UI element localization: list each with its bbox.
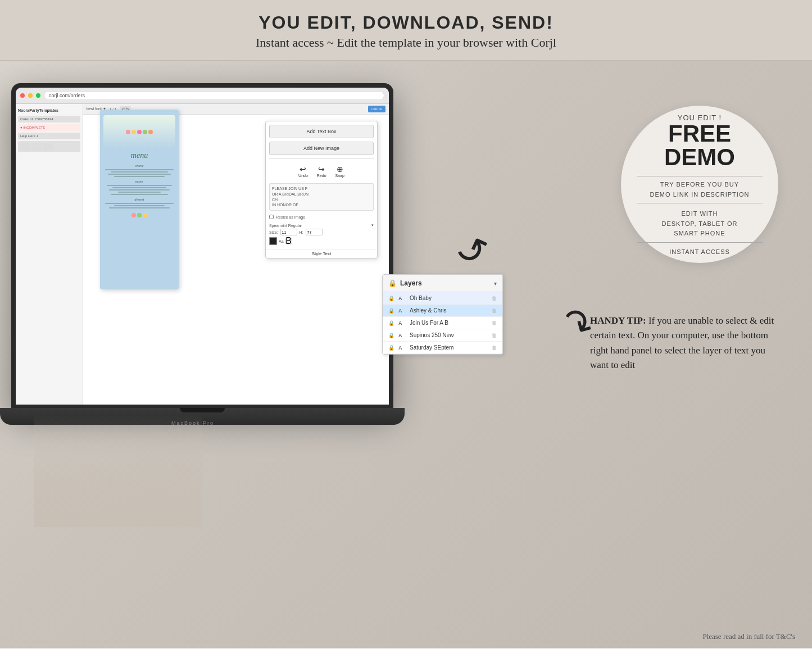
layers-title-text: Layers [400, 279, 422, 287]
arrow-to-layers: ↶ [448, 219, 495, 274]
layer-lock-icon-3: 🔒 [388, 320, 395, 326]
layer-trash-icon-3[interactable]: 🗑 [492, 320, 497, 326]
demo-divider-3 [637, 242, 763, 243]
redo-label: Redo [317, 174, 326, 178]
flower-1 [126, 130, 130, 134]
hand-area [34, 415, 202, 527]
flower-cluster-bottom [131, 213, 147, 217]
layers-header: 🔒 Layers ▾ [383, 275, 502, 292]
layer-trash-icon-5[interactable]: 🗑 [492, 345, 497, 351]
layer-trash-icon-1[interactable]: 🗑 [492, 296, 497, 301]
flower-2 [131, 130, 136, 134]
layer-type-5: A [398, 345, 406, 351]
card-flowers [103, 115, 175, 149]
layers-chevron-icon[interactable]: ▾ [494, 280, 497, 287]
layer-trash-icon-4[interactable]: 🗑 [492, 333, 497, 338]
color-row: Aa B [269, 237, 374, 245]
banner-subline: Instant access ~ Edit the template in yo… [0, 35, 812, 50]
laptop-screen: corjl.com/orders NooraPartyTemplates Ord… [16, 88, 389, 405]
edit-with-text: EDIT WITH [681, 210, 718, 217]
flower-3 [137, 130, 142, 134]
height-label: H: [300, 230, 303, 234]
flower-b3 [143, 213, 147, 217]
color-swatch[interactable] [269, 237, 277, 245]
sidebar-order-id: Order Id: 1509758194 [18, 116, 80, 122]
text-preview-box: PLEASE JOIN US FOR A BRIDAL BRUNCHIN HON… [269, 183, 374, 211]
font-control-row: Spearmint Regular ▾ [269, 223, 374, 228]
add-text-box-btn[interactable]: Add Text Box [269, 125, 374, 138]
browser-address-bar[interactable]: corjl.com/orders [44, 91, 384, 100]
browser-chrome: corjl.com/orders [16, 88, 389, 104]
demo-try-before: TRY BEFORE YOU BUY DEMO LINK IN DESCRIPT… [650, 180, 750, 199]
corjl-edit-panel: Add Text Box Add New Image ↩ Undo ↪ Redo [265, 121, 378, 258]
smart-phone-text: SMART PHONE [674, 230, 725, 237]
menu-card-title: menu [131, 151, 148, 160]
layer-type-1: A [398, 296, 406, 301]
demo-link-text: DEMO LINK IN DESCRIPTION [650, 191, 750, 198]
layer-item[interactable]: 🔒 A Supinos 250 New 🗑 [383, 329, 502, 342]
layer-name-2: Ashley & Chris [410, 307, 488, 314]
card-bottom-flowers [131, 213, 147, 217]
layer-item[interactable]: 🔒 A Ashley & Chris 🗑 [383, 305, 502, 317]
demo-divider-2 [637, 203, 763, 203]
bold-btn[interactable]: B [285, 238, 292, 244]
bottom-note: Please read ad in full for T&C's [702, 632, 795, 641]
layer-type-4: A [398, 333, 406, 338]
online-btn[interactable]: Online [368, 106, 385, 112]
sidebar-controls [18, 141, 80, 152]
snap-btn[interactable]: ⊕ Snap [335, 165, 344, 178]
demo-free: FREE [668, 122, 731, 146]
handy-tip-box: HANDY TIP: If you are unable to select &… [590, 314, 781, 373]
dropdown-arrow[interactable]: ▾ [371, 223, 374, 228]
flower-4 [143, 130, 147, 134]
layer-type-2: A [398, 308, 406, 314]
layers-lock-icon: 🔒 [388, 279, 397, 287]
menu-lines-entree [103, 168, 175, 178]
browser-dot-green[interactable] [36, 93, 40, 98]
handy-tip-label: HANDY TIP: [590, 315, 646, 326]
resize-label: Resize as Image [276, 215, 305, 219]
layer-type-3: A [398, 320, 406, 326]
laptop-notch [180, 408, 225, 412]
height-input[interactable] [306, 229, 323, 235]
layer-item[interactable]: 🔒 A Join Us For A B 🗑 [383, 317, 502, 329]
undo-btn[interactable]: ↩ Undo [298, 165, 308, 178]
sidebar-item-help[interactable]: Help Here 1 [18, 133, 80, 139]
flower-b1 [131, 213, 136, 217]
layer-trash-icon-2[interactable]: 🗑 [492, 308, 497, 314]
undo-label: Undo [298, 174, 308, 178]
sidebar-item-incomplete[interactable]: ● INCOMPLETE [18, 124, 80, 131]
banner-headline: YOU EDIT, DOWNLOAD, SEND! [0, 12, 812, 33]
resize-as-image-row: Resize as Image [266, 213, 377, 221]
aa-icon: Aa [279, 239, 284, 243]
browser-dot-yellow[interactable] [28, 93, 33, 98]
font-label: Spearmint Regular [269, 224, 302, 228]
devices-text: DESKTOP, TABLET OR [662, 220, 738, 227]
layer-item[interactable]: 🔒 A Oh Baby 🗑 [383, 292, 502, 305]
menu-section-mains: mains [135, 180, 143, 183]
size-label: Size: [269, 230, 278, 234]
redo-btn[interactable]: ↪ Redo [317, 165, 326, 178]
style-text-label: Style Text [266, 249, 377, 258]
handy-tip-text: HANDY TIP: If you are unable to select &… [590, 314, 781, 373]
browser-sidebar: NooraPartyTemplates Order Id: 1509758194… [16, 104, 83, 405]
top-banner: YOU EDIT, DOWNLOAD, SEND! Instant access… [0, 0, 812, 61]
layer-name-3: Join Us For A B [410, 320, 488, 326]
layer-name-5: Saturday SEptem [410, 344, 488, 351]
layer-lock-icon-4: 🔒 [388, 333, 395, 338]
menu-lines-dessert [103, 202, 175, 210]
main-area: corjl.com/orders NooraPartyTemplates Ord… [0, 61, 812, 648]
panel-icons-row: ↩ Undo ↪ Redo ⊕ Snap [266, 161, 377, 181]
free-demo-circle: YOU EDIT ! FREE DEMO TRY BEFORE YOU BUY … [621, 106, 778, 263]
add-new-image-btn[interactable]: Add New Image [269, 142, 374, 155]
size-input[interactable] [280, 229, 297, 235]
demo-divider-1 [637, 176, 763, 176]
layer-lock-icon-2: 🔒 [388, 308, 395, 314]
layer-item[interactable]: 🔒 A Saturday SEptem 🗑 [383, 342, 502, 354]
browser-main: best font ✦ 1 / 1 ◁ ▷ Online [83, 104, 389, 405]
browser-dot-red[interactable] [20, 93, 25, 98]
demo-demo: DEMO [664, 146, 735, 169]
demo-instant: INSTANT ACCESS [669, 248, 730, 255]
try-before-text: TRY BEFORE YOU BUY [660, 181, 739, 188]
resize-checkbox[interactable] [269, 215, 274, 219]
